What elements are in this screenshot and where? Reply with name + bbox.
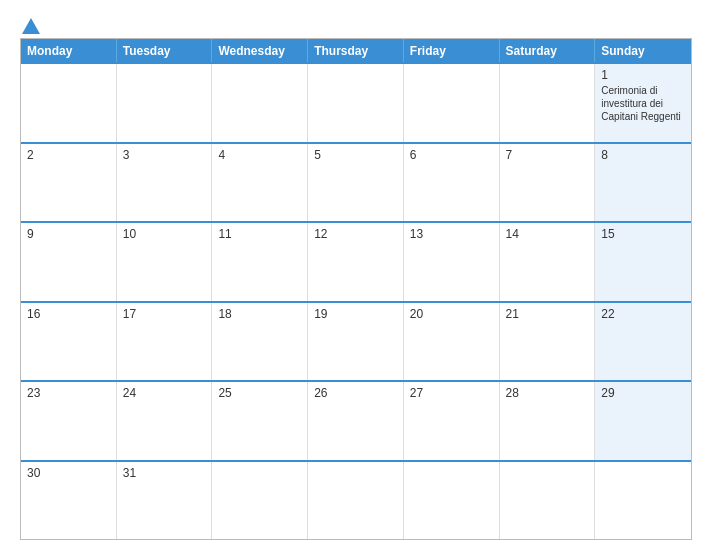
day-number: 25: [218, 386, 301, 400]
calendar-cell: 26: [308, 382, 404, 460]
calendar-cell: 31: [117, 462, 213, 540]
day-number: 24: [123, 386, 206, 400]
calendar-cell: 14: [500, 223, 596, 301]
calendar-cell: 3: [117, 144, 213, 222]
day-header-sunday: Sunday: [595, 39, 691, 62]
day-number: 27: [410, 386, 493, 400]
day-number: 1: [601, 68, 685, 82]
day-number: 16: [27, 307, 110, 321]
day-number: 2: [27, 148, 110, 162]
calendar-cell: 16: [21, 303, 117, 381]
calendar-cell: [212, 462, 308, 540]
day-number: 31: [123, 466, 206, 480]
calendar-cell: 12: [308, 223, 404, 301]
calendar-cell: 28: [500, 382, 596, 460]
day-number: 29: [601, 386, 685, 400]
calendar-cell: 8: [595, 144, 691, 222]
day-number: 8: [601, 148, 685, 162]
day-number: 7: [506, 148, 589, 162]
day-header-friday: Friday: [404, 39, 500, 62]
calendar-cell: 11: [212, 223, 308, 301]
calendar-cell: 7: [500, 144, 596, 222]
calendar: MondayTuesdayWednesdayThursdayFridaySatu…: [20, 38, 692, 540]
day-number: 22: [601, 307, 685, 321]
calendar-cell: 27: [404, 382, 500, 460]
calendar-row: 16171819202122: [21, 301, 691, 381]
day-number: 20: [410, 307, 493, 321]
calendar-cell: 15: [595, 223, 691, 301]
calendar-row: 23242526272829: [21, 380, 691, 460]
calendar-cell: [212, 64, 308, 142]
calendar-cell: 25: [212, 382, 308, 460]
calendar-cell: 4: [212, 144, 308, 222]
day-number: 28: [506, 386, 589, 400]
calendar-cell: 6: [404, 144, 500, 222]
calendar-cell: 5: [308, 144, 404, 222]
calendar-cell: [308, 64, 404, 142]
calendar-cell: 22: [595, 303, 691, 381]
calendar-cell: 1Cerimonia di investitura dei Capitani R…: [595, 64, 691, 142]
calendar-cell: 21: [500, 303, 596, 381]
calendar-cell: 17: [117, 303, 213, 381]
calendar-cell: [308, 462, 404, 540]
event-text: Cerimonia di investitura dei Capitani Re…: [601, 84, 685, 123]
day-header-wednesday: Wednesday: [212, 39, 308, 62]
day-number: 23: [27, 386, 110, 400]
calendar-header: MondayTuesdayWednesdayThursdayFridaySatu…: [21, 39, 691, 62]
day-number: 10: [123, 227, 206, 241]
day-number: 19: [314, 307, 397, 321]
day-number: 5: [314, 148, 397, 162]
day-number: 21: [506, 307, 589, 321]
calendar-cell: 2: [21, 144, 117, 222]
calendar-cell: 23: [21, 382, 117, 460]
calendar-cell: [404, 462, 500, 540]
day-number: 26: [314, 386, 397, 400]
day-number: 11: [218, 227, 301, 241]
day-number: 12: [314, 227, 397, 241]
day-number: 17: [123, 307, 206, 321]
day-number: 4: [218, 148, 301, 162]
page: MondayTuesdayWednesdayThursdayFridaySatu…: [0, 0, 712, 550]
calendar-cell: [117, 64, 213, 142]
day-header-saturday: Saturday: [500, 39, 596, 62]
calendar-cell: 18: [212, 303, 308, 381]
day-number: 15: [601, 227, 685, 241]
calendar-cell: [500, 462, 596, 540]
day-number: 13: [410, 227, 493, 241]
calendar-row: 9101112131415: [21, 221, 691, 301]
calendar-body: 1Cerimonia di investitura dei Capitani R…: [21, 62, 691, 539]
day-number: 9: [27, 227, 110, 241]
day-number: 14: [506, 227, 589, 241]
logo-triangle-icon: [22, 18, 40, 34]
calendar-cell: 24: [117, 382, 213, 460]
calendar-row: 3031: [21, 460, 691, 540]
calendar-cell: 19: [308, 303, 404, 381]
day-header-thursday: Thursday: [308, 39, 404, 62]
calendar-row: 1Cerimonia di investitura dei Capitani R…: [21, 62, 691, 142]
country-name: [602, 18, 692, 24]
day-number: 3: [123, 148, 206, 162]
day-header-monday: Monday: [21, 39, 117, 62]
calendar-cell: [21, 64, 117, 142]
header: [20, 18, 692, 32]
day-number: 6: [410, 148, 493, 162]
calendar-cell: 10: [117, 223, 213, 301]
day-number: 18: [218, 307, 301, 321]
day-number: 30: [27, 466, 110, 480]
calendar-cell: 13: [404, 223, 500, 301]
calendar-cell: 20: [404, 303, 500, 381]
calendar-row: 2345678: [21, 142, 691, 222]
calendar-cell: 9: [21, 223, 117, 301]
day-header-tuesday: Tuesday: [117, 39, 213, 62]
calendar-cell: [404, 64, 500, 142]
calendar-cell: 30: [21, 462, 117, 540]
logo: [20, 18, 42, 32]
calendar-cell: 29: [595, 382, 691, 460]
calendar-cell: [595, 462, 691, 540]
calendar-cell: [500, 64, 596, 142]
